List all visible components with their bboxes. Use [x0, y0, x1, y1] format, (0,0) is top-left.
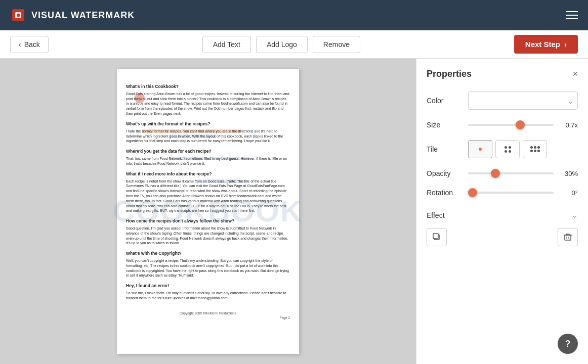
tile-grid9-dot-2	[534, 146, 536, 149]
tile-grid-dot-1	[505, 146, 507, 149]
panel-header: Properties ×	[427, 69, 578, 79]
back-arrow-icon: ‹	[19, 40, 21, 49]
header: VISUAL WATERMARK	[0, 0, 588, 30]
panel-close-button[interactable]: ×	[572, 69, 578, 79]
effect-chevron-icon[interactable]: ⌄	[571, 210, 578, 220]
rotation-value: 0°	[560, 189, 578, 197]
rotation-slider-wrapper	[468, 192, 554, 194]
copyright-text: Copyright 2005 MikeMenn Productions	[126, 311, 290, 315]
app-title: VISUAL WATERMARK	[31, 10, 135, 21]
section-text-1: Good Eats starring Alton Brown has a lot…	[126, 92, 290, 116]
tile-row: Tile	[427, 140, 578, 158]
help-icon: ?	[565, 339, 571, 349]
size-row: Size 0.7x	[427, 121, 578, 129]
doc-area: What's in this Cookbook? Good Eats starr…	[0, 59, 416, 364]
add-text-button[interactable]: Add Text	[202, 36, 251, 53]
next-step-button[interactable]: Next Step ›	[514, 35, 578, 54]
tile-grid9-dot-6	[537, 150, 540, 152]
tile-grid9-dot-4	[530, 150, 533, 152]
section-text-5: Good question. I'm glad you asked. Infor…	[126, 226, 290, 246]
remove-button[interactable]: Remove	[313, 36, 360, 53]
toolbar-left: ‹ Back	[10, 36, 49, 53]
section-text-6: Well, you can't copyright a recipe. That…	[126, 258, 290, 278]
size-slider-wrapper	[468, 124, 554, 126]
section-heading-3: Where'd you get the data for each recipe…	[126, 149, 290, 155]
section-heading-5: How come the recipes don't always follow…	[126, 218, 290, 224]
tile-grid-4	[505, 146, 511, 153]
section-heading-2: What's up with the format of the recipes…	[126, 121, 290, 127]
section-text-7: So sue me, I make them. I'm only human!!…	[126, 291, 290, 301]
size-label: Size	[427, 121, 462, 129]
tile-option-single[interactable]	[468, 140, 492, 158]
duplicate-icon	[432, 233, 441, 242]
section-heading-1: What's in this Cookbook?	[126, 84, 290, 90]
color-input[interactable]	[468, 92, 578, 110]
duplicate-button[interactable]	[427, 228, 447, 246]
tile-grid9-dot-5	[534, 150, 536, 152]
rotation-row: Rotation 0°	[427, 189, 578, 197]
trash-icon	[563, 233, 572, 242]
logo-icon	[10, 7, 26, 23]
tile-label: Tile	[427, 145, 462, 153]
rotation-slider[interactable]	[468, 192, 554, 194]
section-text-4: Each recipe is noted from the show it ca…	[126, 179, 290, 214]
tile-grid-9	[530, 146, 540, 152]
add-logo-button[interactable]: Add Logo	[256, 36, 308, 53]
section-heading-4: What if I need more info about the recip…	[126, 171, 290, 177]
svg-rect-4	[433, 234, 438, 239]
page-number: Page 2	[126, 315, 290, 320]
toolbar-center: Add Text Add Logo Remove	[202, 36, 360, 53]
opacity-value: 30%	[560, 170, 578, 177]
panel-title: Properties	[427, 69, 472, 79]
doc-page: What's in this Cookbook? Good Eats starr…	[117, 69, 299, 354]
properties-panel: Properties × Color ⌄ Size 0.7x Tile	[416, 59, 588, 364]
next-arrow-icon: ›	[564, 40, 567, 49]
tile-option-grid4[interactable]	[495, 140, 520, 158]
opacity-row: Opacity 30%	[427, 169, 578, 177]
section-text-3: That, too, came from Food Network. I som…	[126, 156, 290, 166]
tile-option-grid9[interactable]	[523, 140, 547, 158]
watermark-dot[interactable]	[135, 93, 145, 103]
opacity-label: Opacity	[427, 169, 462, 177]
section-heading-7: Hey, I found an error!	[126, 283, 290, 289]
back-button[interactable]: ‹ Back	[10, 36, 49, 53]
help-button[interactable]: ?	[558, 334, 578, 354]
opacity-slider-wrapper	[468, 172, 554, 174]
delete-button[interactable]	[558, 228, 578, 246]
toolbar: ‹ Back Add Text Add Logo Remove Next Ste…	[0, 30, 588, 59]
svg-rect-5	[565, 235, 571, 240]
color-row: Color ⌄	[427, 92, 578, 110]
color-label: Color	[427, 97, 462, 105]
panel-actions	[427, 228, 578, 246]
effect-label: Effect	[427, 211, 445, 219]
color-input-wrapper: ⌄	[468, 92, 578, 110]
section-heading-6: What's with the Copyright?	[126, 251, 290, 257]
rotation-label: Rotation	[427, 189, 462, 197]
tile-single-dot	[479, 148, 482, 151]
svg-rect-2	[17, 14, 20, 17]
opacity-slider[interactable]	[468, 172, 554, 174]
tile-grid-dot-4	[509, 150, 511, 153]
size-value: 0.7x	[560, 121, 578, 129]
tile-grid9-dot-3	[537, 146, 540, 149]
size-slider[interactable]	[468, 124, 554, 126]
effect-row: Effect ⌄	[427, 208, 578, 220]
tile-options	[468, 140, 578, 158]
section-text-2: I hate the normal format for recipes. Yo…	[126, 129, 290, 144]
tile-grid-dot-2	[509, 146, 511, 149]
toolbar-right: Next Step ›	[514, 35, 578, 54]
logo-area: VISUAL WATERMARK	[10, 7, 135, 23]
tile-grid9-dot-1	[530, 146, 533, 149]
main-area: What's in this Cookbook? Good Eats starr…	[0, 59, 588, 364]
tile-grid-dot-3	[505, 150, 507, 153]
menu-button[interactable]	[566, 11, 578, 19]
